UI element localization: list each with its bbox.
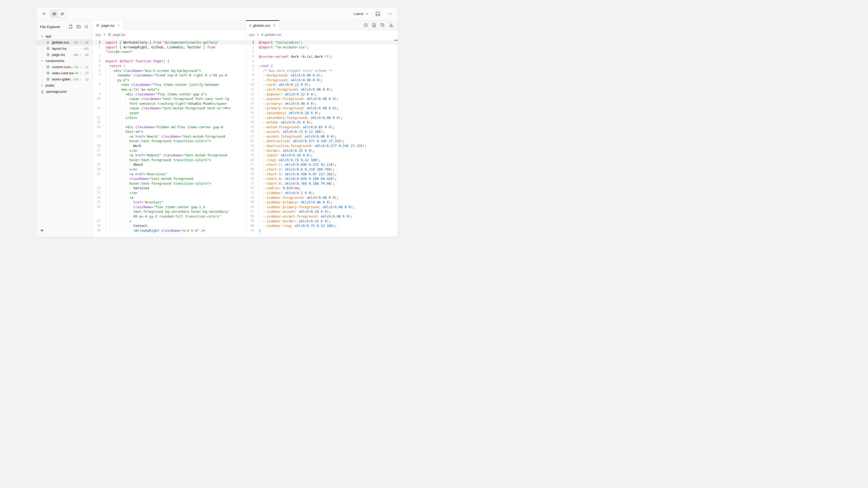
collapse-panel-button[interactable] bbox=[40, 10, 48, 18]
download-button[interactable] bbox=[389, 23, 393, 27]
line-number: 3 bbox=[93, 54, 100, 59]
line-number: 28 bbox=[246, 167, 254, 172]
version-dropdown[interactable]: Latest bbox=[353, 12, 369, 16]
tree-folder-components[interactable]: components bbox=[36, 58, 92, 64]
code-editor-page-tsx[interactable]: 1import { WorksGallery } from "@/compone… bbox=[93, 39, 246, 236]
copy-button[interactable] bbox=[380, 23, 385, 27]
close-tab-icon[interactable] bbox=[273, 24, 276, 27]
line-number: 6 bbox=[246, 64, 254, 68]
code-line: 15<a href="#work" className="text-muted-… bbox=[93, 134, 246, 139]
code-line: 24<a bbox=[93, 195, 246, 200]
tabstrip-left: page.tsx bbox=[93, 20, 246, 30]
code-line: 13--popover-foreground: oklch(0.98 0 0); bbox=[246, 96, 398, 101]
code-line: 39--sidebar-border: oklch(0.25 0 0); bbox=[246, 219, 398, 224]
tree-file-layout.tsx[interactable]: layout.tsx+51 bbox=[36, 45, 92, 52]
tree-item-label: public bbox=[45, 84, 92, 87]
tree-folder-app[interactable]: app bbox=[36, 33, 92, 39]
line-number: 21 bbox=[93, 172, 100, 177]
code-editor-globals-css[interactable]: 1@import "tailwindcss";2@import "tw-anim… bbox=[246, 39, 398, 236]
tab-label: page.tsx bbox=[101, 24, 115, 28]
more-options-button[interactable] bbox=[386, 10, 394, 18]
close-tab-icon[interactable] bbox=[117, 24, 120, 27]
css-hash-icon: # bbox=[46, 40, 50, 44]
split-editor-button[interactable] bbox=[363, 23, 368, 27]
breadcrumb: app page.tsx bbox=[93, 30, 246, 39]
line-number: 17 bbox=[93, 148, 100, 153]
line-number: 39 bbox=[246, 219, 254, 224]
code-line: 2import { ArrowUpRight, Github, Linkedin… bbox=[93, 45, 246, 50]
chevron-right-icon bbox=[256, 33, 259, 36]
react-icon bbox=[46, 46, 50, 51]
top-toolbar: Latest bbox=[36, 7, 398, 20]
code-line: 80 px-4 py-2 rounded-full transition-col… bbox=[93, 214, 246, 219]
line-number: 14 bbox=[93, 125, 100, 130]
tree-item-label: components bbox=[45, 59, 92, 63]
code-toggle-button[interactable] bbox=[58, 10, 66, 18]
code-line: "lucide-react" bbox=[93, 50, 246, 54]
tree-file-page.tsx[interactable]: page.tsx+81 / -28 bbox=[36, 52, 92, 58]
file-diff-button[interactable] bbox=[372, 23, 376, 27]
tab-globals-css[interactable]: # globals.css bbox=[246, 20, 279, 30]
code-line: 10--card: oklch(0.12 0 0); bbox=[246, 82, 398, 87]
tree-folder-public[interactable]: public bbox=[36, 82, 92, 89]
line-number: 40 bbox=[246, 223, 254, 228]
code-line: 15--primary-foreground: oklch(0.08 0 0); bbox=[246, 106, 398, 111]
code-line: 6<div className="min-h-screen bg-backgro… bbox=[93, 68, 246, 73]
line-number: 23 bbox=[93, 191, 100, 195]
breadcrumb: app # globals.css bbox=[246, 30, 398, 39]
tree-file-video-card.tsx[interactable]: video-card.tsx+76 / -27 bbox=[36, 70, 92, 76]
search-button[interactable] bbox=[84, 25, 89, 29]
line-number: 21 bbox=[246, 134, 254, 139]
file-explorer-sidebar: File Explorer bbox=[36, 20, 93, 237]
code-line: 20</a> bbox=[93, 167, 246, 172]
tree-file-package.json[interactable]: {}package.json bbox=[36, 89, 92, 95]
code-line: span> bbox=[93, 111, 246, 116]
copy-icon bbox=[380, 23, 385, 27]
code-line: 23</a> bbox=[93, 191, 246, 195]
code-line: 27> bbox=[93, 219, 246, 224]
line-number: 25 bbox=[93, 200, 100, 205]
code-line: max-w-7xl mx-auto"> bbox=[93, 87, 246, 92]
breadcrumb-file[interactable]: globals.css bbox=[265, 33, 281, 37]
code-line: 25--input: oklch(0.18 0 0); bbox=[246, 153, 398, 158]
css-hash-icon: # bbox=[261, 33, 263, 37]
line-number: 38 bbox=[246, 214, 254, 219]
code-line: 33--sidebar: oklch(0.1 0 0); bbox=[246, 191, 398, 195]
line-number bbox=[93, 214, 100, 219]
tree-item-label: app bbox=[45, 34, 92, 38]
line-number: 30 bbox=[246, 176, 254, 181]
code-line: hover:text-foreground transition-colors"… bbox=[93, 139, 246, 143]
code-line: 1import { WorksGallery } from "@/compone… bbox=[93, 40, 246, 45]
code-line: 34--sidebar-foreground: oklch(0.98 0 0); bbox=[246, 195, 398, 200]
breadcrumb-file[interactable]: page.tsx bbox=[113, 33, 125, 37]
code-line: 29<ArrowUpRight className="w-4 h-4" /> bbox=[93, 228, 246, 233]
breadcrumb-folder[interactable]: app bbox=[95, 33, 101, 37]
preview-toggle-button[interactable] bbox=[50, 10, 58, 18]
line-number: 20 bbox=[93, 167, 100, 172]
new-file-button[interactable] bbox=[69, 25, 73, 29]
tree-file-globals.css[interactable]: #globals.css+51 / -50 bbox=[36, 39, 92, 45]
diff-count-badge: +81 / -28 bbox=[73, 53, 89, 56]
tree-file-works-galler-[interactable]: works-galler…+24 / -13 bbox=[36, 76, 92, 82]
code-line: className="text-muted-foreground bbox=[93, 176, 246, 181]
new-folder-button[interactable] bbox=[76, 25, 81, 29]
line-number: 26 bbox=[246, 158, 254, 162]
tree-file-custom-curs-[interactable]: custom-curs…+33 / -12 bbox=[36, 64, 92, 70]
layout-panel-button[interactable] bbox=[374, 10, 381, 18]
line-number bbox=[93, 158, 100, 162]
code-line: 4export default function Page() { bbox=[93, 59, 246, 64]
scrollbar-change-marker bbox=[394, 40, 398, 41]
breadcrumb-folder[interactable]: app bbox=[249, 33, 254, 37]
code-icon bbox=[60, 12, 64, 16]
line-number: 24 bbox=[93, 195, 100, 200]
code-line: 11--card-foreground: oklch(0.98 0 0); bbox=[246, 87, 398, 92]
line-number: 12 bbox=[246, 92, 254, 97]
code-line: 9--foreground: oklch(0.98 0 0); bbox=[246, 78, 398, 83]
line-number bbox=[93, 181, 100, 186]
code-line: font-semibold tracking-tight">Studio Pix… bbox=[93, 101, 246, 106]
collapse-sidebar-button[interactable] bbox=[39, 227, 46, 234]
code-line: 22Services bbox=[93, 186, 246, 191]
chevron-down-icon bbox=[365, 12, 369, 15]
tab-page-tsx[interactable]: page.tsx bbox=[93, 20, 124, 30]
line-number bbox=[93, 87, 100, 92]
